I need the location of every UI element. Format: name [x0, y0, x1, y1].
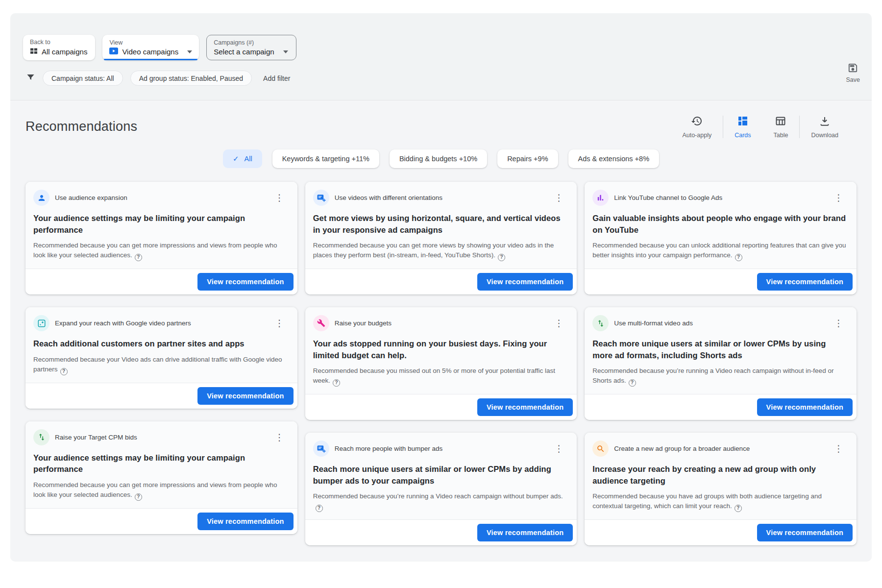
video-partners-icon	[33, 315, 49, 331]
chip-ads-extensions[interactable]: Ads & extensions +8%	[568, 149, 660, 168]
card-videos-different-orientations: Use videos with different orientations ⋮…	[305, 182, 577, 294]
card-use-audience-expansion: Use audience expansion ⋮ Your audience s…	[25, 182, 297, 294]
ad-group-status-filter-chip[interactable]: Ad group status: Enabled, Paused	[130, 71, 252, 86]
more-options-icon[interactable]: ⋮	[271, 192, 288, 204]
view-recommendation-button[interactable]: View recommendation	[477, 273, 573, 291]
view-recommendation-button[interactable]: View recommendation	[477, 398, 573, 416]
chip-keywords-targeting[interactable]: Keywords & targeting +11%	[272, 149, 379, 168]
back-to-all-campaigns-button[interactable]: Back to All campaigns	[23, 35, 95, 60]
video-icon	[109, 48, 118, 56]
view-recommendation-button[interactable]: View recommendation	[477, 524, 573, 541]
navigation-toolbar: Back to All campaigns View Video campaig…	[23, 35, 859, 60]
card-type-label: Expand your reach with Google video part…	[55, 319, 266, 327]
filter-funnel-icon[interactable]	[26, 73, 35, 84]
grid-icon	[30, 47, 38, 56]
more-options-icon[interactable]: ⋮	[551, 192, 567, 204]
card-heading: Reach more unique users at similar or lo…	[592, 338, 847, 361]
table-label: Table	[774, 132, 788, 139]
help-icon[interactable]: ?	[629, 379, 636, 387]
card-raise-your-budgets: Raise your budgets ⋮ Your ads stopped ru…	[305, 307, 577, 420]
video-plus-icon	[313, 441, 329, 457]
chevron-down-icon	[283, 50, 288, 53]
view-recommendation-button[interactable]: View recommendation	[757, 273, 853, 291]
swap-arrows-icon	[592, 315, 609, 331]
card-type-label: Create a new ad group for a broader audi…	[614, 445, 825, 452]
more-options-icon[interactable]: ⋮	[551, 317, 567, 329]
auto-apply-button[interactable]: Auto-apply	[671, 115, 723, 139]
card-type-label: Use multi-format video ads	[614, 319, 825, 327]
table-icon	[775, 115, 786, 128]
bar-chart-icon	[592, 190, 609, 206]
page-title: Recommendations	[25, 119, 137, 134]
help-icon[interactable]: ?	[333, 379, 340, 387]
card-description: Recommended because you’re running a Vid…	[592, 366, 847, 387]
card-heading: Increase your reach by creating a new ad…	[592, 464, 847, 487]
back-to-eyebrow: Back to	[30, 39, 87, 46]
more-options-icon[interactable]: ⋮	[831, 192, 847, 204]
help-icon[interactable]: ?	[735, 505, 742, 512]
download-button[interactable]: Download	[800, 115, 850, 139]
card-bumper-ads: Reach more people with bumper ads ⋮ Reac…	[305, 433, 577, 545]
back-to-label: All campaigns	[42, 48, 87, 56]
cards-icon	[737, 115, 749, 128]
card-heading: Reach additional customers on partner si…	[33, 338, 288, 350]
card-link-youtube-channel: Link YouTube channel to Google Ads ⋮ Gai…	[585, 182, 857, 294]
chip-all[interactable]: ✓ All	[223, 149, 262, 168]
card-type-label: Use videos with different orientations	[335, 194, 546, 201]
view-recommendation-button[interactable]: View recommendation	[197, 513, 293, 530]
chip-repairs[interactable]: Repairs +9%	[497, 149, 558, 168]
card-raise-target-cpm-bids: Raise your Target CPM bids ⋮ Your audien…	[25, 421, 297, 534]
cards-view-button[interactable]: Cards	[723, 115, 762, 139]
card-type-label: Link YouTube channel to Google Ads	[614, 194, 825, 201]
more-options-icon[interactable]: ⋮	[831, 442, 847, 455]
card-heading: Gain valuable insights about people who …	[592, 213, 847, 236]
download-label: Download	[811, 132, 838, 139]
view-label: Video campaigns	[122, 48, 178, 56]
view-recommendation-button[interactable]: View recommendation	[197, 387, 293, 405]
card-description: Recommended because your Video ads can d…	[33, 355, 288, 375]
card-multi-format-video-ads: Use multi-format video ads ⋮ Reach more …	[585, 307, 857, 420]
save-button[interactable]: Save	[846, 62, 860, 83]
more-options-icon[interactable]: ⋮	[271, 431, 288, 443]
search-icon	[592, 441, 609, 457]
person-icon	[33, 190, 49, 206]
card-description: Recommended because you missed out on 5%…	[313, 366, 567, 387]
card-description: Recommended because you’re running a Vid…	[313, 491, 567, 512]
card-type-label: Raise your budgets	[335, 319, 546, 327]
save-label: Save	[846, 76, 860, 83]
help-icon[interactable]: ?	[60, 368, 68, 375]
add-filter-button[interactable]: Add filter	[263, 74, 290, 82]
view-eyebrow: View	[109, 39, 192, 46]
more-options-icon[interactable]: ⋮	[831, 317, 847, 329]
more-options-icon[interactable]: ⋮	[271, 317, 288, 329]
campaign-select-value: Select a campaign	[214, 48, 274, 56]
category-chips: ✓ All Keywords & targeting +11% Bidding …	[25, 149, 857, 168]
swap-arrows-icon	[33, 429, 49, 445]
card-new-ad-group-broader-audience: Create a new ad group for a broader audi…	[585, 433, 857, 545]
view-toolbar: Auto-apply Cards Table	[671, 115, 850, 139]
campaign-select[interactable]: Campaigns (#) Select a campaign	[206, 35, 296, 60]
card-type-label: Raise your Target CPM bids	[55, 434, 266, 441]
view-recommendation-button[interactable]: View recommendation	[197, 273, 293, 291]
help-icon[interactable]: ?	[135, 493, 142, 501]
card-type-label: Reach more people with bumper ads	[335, 445, 546, 452]
card-description: Recommended because you can get more vie…	[313, 241, 567, 261]
chip-bidding-budgets[interactable]: Bidding & budgets +10%	[390, 149, 487, 168]
table-view-button[interactable]: Table	[762, 115, 800, 139]
card-heading: Your audience settings may be limiting y…	[33, 452, 288, 475]
help-icon[interactable]: ?	[735, 254, 742, 261]
card-description: Recommended because you can get more imp…	[33, 241, 288, 261]
view-selector[interactable]: View Video campaigns	[102, 35, 199, 60]
video-plus-icon	[313, 190, 329, 206]
recommendations-content: Recommendations Auto-apply Cards	[10, 100, 872, 561]
download-icon	[819, 115, 831, 128]
help-icon[interactable]: ?	[316, 505, 323, 512]
check-icon: ✓	[233, 154, 239, 163]
more-options-icon[interactable]: ⋮	[551, 442, 567, 455]
help-icon[interactable]: ?	[135, 254, 142, 261]
view-recommendation-button[interactable]: View recommendation	[757, 398, 853, 416]
view-recommendation-button[interactable]: View recommendation	[757, 524, 853, 541]
help-icon[interactable]: ?	[498, 254, 505, 261]
campaign-status-filter-chip[interactable]: Campaign status: All	[43, 71, 123, 86]
card-heading: Reach more unique users at similar or lo…	[313, 464, 567, 487]
